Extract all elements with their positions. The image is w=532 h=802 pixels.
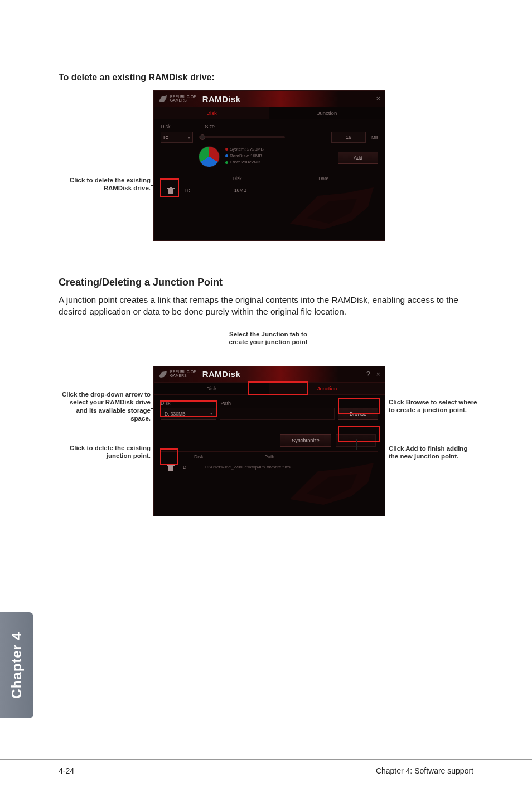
stat-system: System: 2723MB [230,147,264,152]
disk-select[interactable]: R: ▾ [161,132,193,143]
brand-logo: REPUBLIC OF GAMERS RAMDisk [158,94,240,104]
size-slider[interactable] [199,136,285,138]
tab-junction[interactable]: Junction [269,107,385,119]
label-disk: Disk [161,124,171,129]
brand-logo: REPUBLIC OF GAMERS RAMDisk [158,369,240,379]
stat-free: Free: 29822MB [230,160,260,165]
browse-button[interactable]: Browse [338,408,378,420]
junction-item-disk: D: [183,465,200,470]
trash-icon [167,463,175,472]
list-hdr-disk: Disk [194,454,204,460]
trash-icon [167,186,175,195]
chapter-title: Chapter 4: Software support [376,766,473,775]
chapter-tab: Chapter 4 [0,612,33,718]
tab-disk[interactable]: Disk [154,383,269,395]
callout-junction-tab: Select the Junction tab to create your j… [224,330,313,346]
tabs: Disk Junction [154,382,385,395]
brand-line2: GAMERS [170,374,196,378]
tab-disk[interactable]: Disk [154,107,269,119]
label-disk: Disk [161,400,171,406]
label-path: Path [221,400,231,406]
page-number: 4-24 [59,766,74,775]
ramdisk-window-junction: REPUBLIC OF GAMERS RAMDisk ? × Disk Junc… [153,366,385,516]
chevron-down-icon: ▾ [210,411,212,416]
chapter-tab-label: Chapter 4 [9,632,25,699]
list-hdr-disk: Disk [233,176,242,181]
close-icon[interactable]: × [376,370,380,378]
size-unit: MB [371,135,378,140]
label-size: Size [205,124,215,129]
rog-logo-watermark [284,455,379,510]
tabs: Disk Junction [154,107,385,119]
list-hdr-path: Path [265,454,275,460]
add-junction-button[interactable] [336,434,376,447]
synchronize-button[interactable]: Synchronize [280,434,331,447]
brand-line2: GAMERS [170,99,196,103]
callout-delete-junction: Click to delete the existing junction po… [59,444,151,460]
slider-knob[interactable] [200,134,205,140]
disk-select-value: R: [163,134,168,140]
list-item-size: 16MB [210,187,271,193]
help-icon[interactable]: ? [366,370,370,378]
callout-add: Click Add to finish adding the new junct… [389,445,478,461]
close-icon[interactable]: × [376,94,380,103]
size-input[interactable]: 16 [331,132,366,143]
add-button[interactable]: Add [338,152,378,164]
app-title: RAMDisk [202,94,241,104]
app-title: RAMDisk [202,369,241,379]
page-footer: 4-24 Chapter 4: Software support [0,759,532,775]
junction-disk-value: D: 330MB [165,411,186,417]
figure-1: Click to delete the existing RAMDisk dri… [59,90,473,258]
callout-browse: Click Browse to select where to create a… [389,398,478,414]
junction-heading: Creating/Deleting a Junction Point [59,277,473,288]
memory-pie-chart [199,146,220,167]
tab-junction[interactable]: Junction [269,383,385,395]
junction-path-input[interactable] [220,408,335,420]
figure-2: Select the Junction tab to create your j… [59,330,473,548]
titlebar: REPUBLIC OF GAMERS RAMDisk × [154,91,385,107]
ramdisk-window-disk: REPUBLIC OF GAMERS RAMDisk × Disk Juncti… [153,90,385,241]
rog-icon [158,94,167,103]
memory-stats: System: 2723MB RamDisk: 16MB Free: 29822… [225,146,264,166]
delete-drive-heading: To delete an existing RAMDisk drive: [59,73,473,83]
delete-drive-button[interactable] [164,183,177,197]
rog-icon [158,370,167,379]
junction-body-text: A junction point creates a link that rem… [59,294,473,318]
junction-disk-select[interactable]: D: 330MB ▾ [161,408,216,420]
chevron-down-icon: ▾ [188,135,190,140]
lead-line [356,439,357,450]
titlebar: REPUBLIC OF GAMERS RAMDisk ? × [154,366,385,382]
list-item-disk: R: [185,187,202,193]
stat-ramdisk: RamDisk: 16MB [230,153,262,158]
callout-delete-drive: Click to delete the existing RAMDisk dri… [64,176,151,192]
callout-disk-dropdown: Click the drop-down arrow to select your… [59,390,151,423]
delete-junction-button[interactable] [164,461,177,474]
rog-logo-watermark [284,179,379,235]
